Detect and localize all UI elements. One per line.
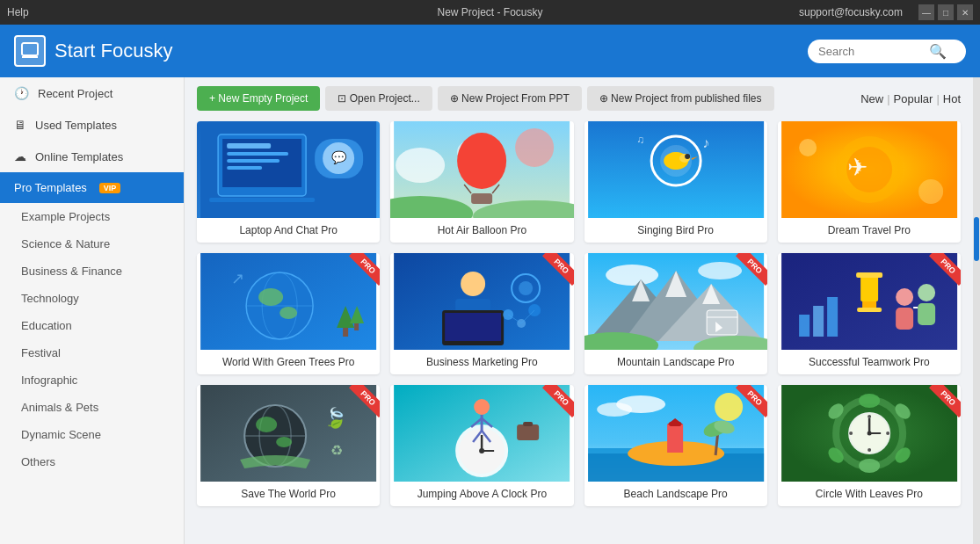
svg-point-138 bbox=[867, 415, 871, 418]
svg-rect-6 bbox=[227, 143, 271, 149]
svg-text:✈: ✈ bbox=[847, 154, 867, 181]
new-from-ppt-button[interactable]: ⊕ New Project From PPT bbox=[438, 86, 582, 111]
svg-point-85 bbox=[896, 288, 913, 306]
template-card-1[interactable]: 💬 Laptop And Chat Pro bbox=[197, 121, 380, 243]
template-thumb-5: ↗ bbox=[197, 253, 380, 350]
svg-point-139 bbox=[867, 448, 871, 452]
search-input[interactable] bbox=[818, 45, 924, 58]
filter-hot[interactable]: Hot bbox=[943, 92, 961, 105]
sidebar-item-online[interactable]: ☁ Online Templates bbox=[0, 141, 184, 172]
sidebar-item-infographic[interactable]: Infographic bbox=[0, 366, 184, 394]
sidebar-item-festival[interactable]: Festival bbox=[0, 339, 184, 366]
title-bar-left: Help bbox=[7, 6, 29, 18]
svg-rect-119 bbox=[667, 424, 683, 453]
sidebar-item-science[interactable]: Science & Nature bbox=[0, 230, 184, 257]
support-email: support@focusky.com bbox=[799, 6, 903, 18]
recent-icon: 🕐 bbox=[14, 86, 29, 100]
svg-point-104 bbox=[474, 399, 490, 415]
template-card-3[interactable]: ♪ ♫ Singing Bird Pro bbox=[584, 121, 767, 243]
search-box[interactable]: 🔍 bbox=[808, 40, 966, 63]
svg-point-137 bbox=[867, 432, 871, 436]
svg-rect-86 bbox=[896, 308, 913, 330]
scrollbar[interactable] bbox=[973, 77, 980, 544]
svg-point-57 bbox=[519, 281, 533, 295]
template-card-8[interactable]: Successful Teamwork Pro bbox=[778, 253, 961, 374]
maximize-button[interactable]: □ bbox=[938, 4, 954, 20]
svg-rect-111 bbox=[523, 422, 533, 426]
svg-text:♻: ♻ bbox=[330, 443, 343, 458]
sidebar-item-recent[interactable]: 🕐 Recent Project bbox=[0, 77, 184, 109]
template-label-9: Save The World Pro bbox=[197, 482, 380, 506]
pro-badge-9 bbox=[339, 385, 380, 425]
svg-rect-110 bbox=[517, 424, 539, 440]
pro-badge-11 bbox=[727, 385, 767, 425]
template-card-7[interactable]: Mountain Landscape Pro bbox=[584, 253, 767, 374]
template-card-6[interactable]: Business Marketing Pro bbox=[390, 253, 573, 374]
template-card-2[interactable]: Hot Air Balloon Pro bbox=[390, 121, 573, 243]
template-card-9[interactable]: 🍃 ♻ Save The World Pro bbox=[197, 385, 380, 506]
sidebar-item-pro[interactable]: Pro Templates VIP bbox=[0, 172, 184, 203]
svg-point-32 bbox=[685, 154, 690, 159]
sidebar-item-example[interactable]: Example Projects bbox=[0, 203, 184, 230]
template-label-10: Jumping Above A Clock Pro bbox=[390, 482, 573, 506]
close-button[interactable]: ✕ bbox=[957, 4, 973, 20]
filter-new[interactable]: New bbox=[860, 92, 883, 105]
pro-badge-12 bbox=[920, 385, 961, 425]
title-bar-right: support@focusky.com — □ ✕ bbox=[799, 4, 973, 20]
title-bar: Help New Project - Focusky support@focus… bbox=[0, 0, 980, 25]
template-thumb-6 bbox=[390, 253, 573, 350]
svg-point-127 bbox=[859, 394, 880, 408]
minimize-button[interactable]: — bbox=[918, 4, 934, 20]
svg-rect-82 bbox=[799, 315, 809, 337]
template-thumb-12 bbox=[778, 385, 961, 482]
help-menu[interactable]: Help bbox=[7, 6, 29, 18]
svg-rect-84 bbox=[827, 297, 838, 337]
filter-popular[interactable]: Popular bbox=[894, 92, 933, 105]
svg-point-39 bbox=[918, 179, 943, 204]
svg-rect-78 bbox=[860, 275, 878, 301]
sidebar-label-recent: Recent Project bbox=[38, 87, 113, 100]
pro-badge-7 bbox=[727, 253, 767, 294]
svg-rect-81 bbox=[857, 308, 882, 312]
pro-badge-6 bbox=[534, 253, 574, 294]
sidebar-label-used: Used Templates bbox=[35, 119, 117, 132]
search-icon[interactable]: 🔍 bbox=[929, 43, 947, 60]
sidebar-item-used[interactable]: 🖥 Used Templates bbox=[0, 109, 184, 141]
scrollbar-thumb[interactable] bbox=[974, 217, 979, 261]
template-card-5[interactable]: ↗ World With Green Trees Pro bbox=[197, 253, 380, 374]
content-area: + New Empty Project ⊡ Open Project... ⊕ … bbox=[185, 77, 973, 544]
template-card-11[interactable]: Beach Landscape Pro bbox=[584, 385, 767, 506]
sidebar-item-others[interactable]: Others bbox=[0, 448, 184, 475]
title-bar-center: New Project - Focusky bbox=[437, 6, 542, 18]
svg-rect-8 bbox=[227, 159, 279, 163]
sidebar-item-business[interactable]: Business & Finance bbox=[0, 257, 184, 285]
sidebar-item-dynamic[interactable]: Dynamic Scene bbox=[0, 421, 184, 448]
svg-point-140 bbox=[849, 432, 853, 435]
svg-rect-0 bbox=[22, 43, 38, 55]
template-card-4[interactable]: ✈ Dream Travel Pro bbox=[778, 121, 961, 243]
new-from-published-button[interactable]: ⊕ New Project from published files bbox=[587, 86, 774, 111]
new-empty-button[interactable]: + New Empty Project bbox=[197, 86, 320, 111]
sidebar-item-animals[interactable]: Animals & Pets bbox=[0, 394, 184, 421]
svg-rect-10 bbox=[209, 198, 315, 202]
sidebar-item-technology[interactable]: Technology bbox=[0, 285, 184, 312]
sidebar-item-education[interactable]: Education bbox=[0, 312, 184, 339]
sidebar: 🕐 Recent Project 🖥 Used Templates ☁ Onli… bbox=[0, 77, 185, 544]
svg-text:↗: ↗ bbox=[231, 270, 244, 287]
open-project-button[interactable]: ⊡ Open Project... bbox=[325, 86, 432, 111]
template-label-4: Dream Travel Pro bbox=[778, 218, 961, 243]
online-icon: ☁ bbox=[14, 149, 26, 163]
svg-point-94 bbox=[256, 417, 277, 432]
svg-point-15 bbox=[515, 128, 554, 167]
template-card-12[interactable]: Circle With Leaves Pro bbox=[778, 385, 961, 506]
svg-text:♫: ♫ bbox=[636, 134, 644, 146]
svg-rect-88 bbox=[918, 303, 935, 325]
template-thumb-1: 💬 bbox=[197, 121, 380, 218]
used-icon: 🖥 bbox=[14, 118, 26, 132]
svg-point-18 bbox=[457, 133, 506, 189]
template-card-10[interactable]: Jumping Above A Clock Pro bbox=[390, 385, 573, 506]
template-thumb-7 bbox=[584, 253, 767, 350]
logo-icon bbox=[14, 35, 46, 67]
app-name: Start Focusky bbox=[54, 40, 172, 62]
app-header: Start Focusky 🔍 bbox=[0, 25, 980, 77]
